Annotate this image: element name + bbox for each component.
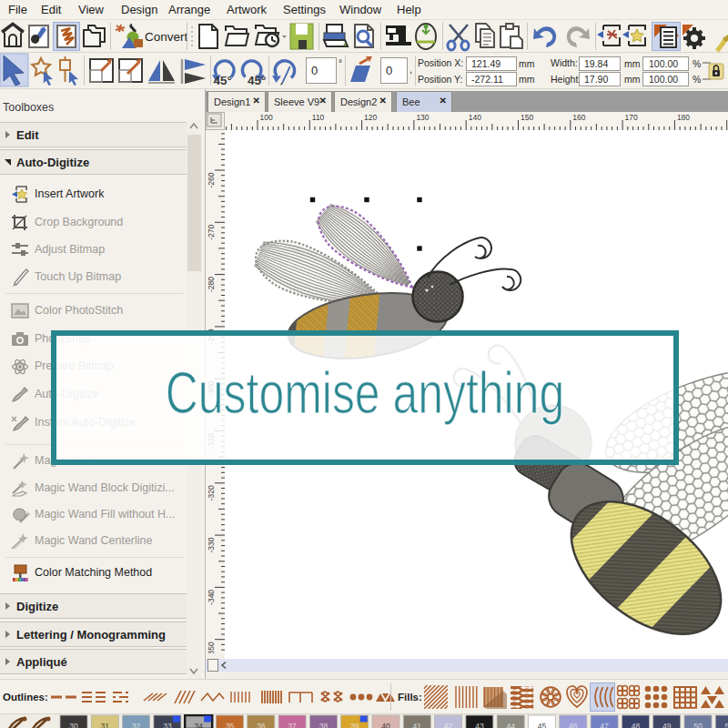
svg-text:45: 45 [538,722,547,728]
svg-text:50: 50 [693,722,703,728]
svg-text:0: 0 [386,64,392,77]
svg-text:-320: -320 [207,485,216,500]
svg-text:43: 43 [475,722,484,728]
svg-text:100.00: 100.00 [649,74,678,85]
svg-text:Width:: Width: [551,57,578,68]
svg-text:170: 170 [625,113,638,122]
svg-text:44: 44 [506,722,515,728]
svg-text:160: 160 [572,113,585,122]
svg-text:°: ° [339,58,342,68]
svg-text:38: 38 [319,722,329,728]
svg-text:Outlines:: Outlines: [3,692,48,703]
svg-text:100.00: 100.00 [649,58,678,69]
svg-text:Fills:: Fills: [398,692,422,703]
svg-text:Height:: Height: [551,74,581,85]
svg-text:120: 120 [364,113,377,122]
svg-text:mm: mm [519,58,535,69]
svg-text:33: 33 [163,722,172,728]
svg-text:34: 34 [194,722,203,728]
svg-text:,: , [410,64,412,75]
svg-text:-340: -340 [207,590,216,605]
svg-text:-350: -350 [207,642,216,653]
svg-text:110: 110 [312,113,325,122]
svg-text:49: 49 [662,722,672,728]
svg-text:17.90: 17.90 [584,74,608,85]
svg-text:140: 140 [469,113,481,122]
svg-text:47: 47 [600,722,609,728]
svg-text:32: 32 [132,722,141,728]
svg-text:%: % [693,58,701,69]
svg-text:39: 39 [350,722,359,728]
svg-text:121.49: 121.49 [471,58,500,69]
svg-text:40: 40 [381,722,390,728]
svg-text:31: 31 [101,722,110,728]
svg-text:51: 51 [725,722,728,728]
svg-text:-272.11: -272.11 [471,74,503,85]
svg-text:0: 0 [311,64,318,77]
svg-text:100: 100 [260,113,273,122]
svg-text:mm: mm [624,58,641,69]
svg-text:48: 48 [632,722,641,728]
svg-text:mm: mm [519,74,535,85]
svg-text:46: 46 [569,722,578,728]
svg-text:-270: -270 [207,225,216,240]
svg-text:30: 30 [69,722,78,728]
svg-text:-260: -260 [207,172,216,187]
svg-text:-280: -280 [207,277,216,292]
svg-text:130: 130 [416,113,429,122]
svg-text:35: 35 [226,722,235,728]
svg-text:180: 180 [677,113,690,122]
svg-text:45°: 45° [214,74,232,87]
svg-text:19.84: 19.84 [584,58,608,69]
svg-text:45°: 45° [248,74,266,87]
svg-text:-330: -330 [207,537,216,552]
svg-text:Convert: Convert [145,30,188,44]
svg-text:mm: mm [624,74,641,85]
svg-text:%: % [693,74,701,85]
svg-text:150: 150 [521,113,533,122]
svg-text:Position Y:: Position Y: [418,74,462,85]
svg-text:42: 42 [444,722,453,728]
svg-text:36: 36 [257,722,266,728]
svg-text:37: 37 [288,722,297,728]
svg-text:Position X:: Position X: [418,57,463,68]
svg-text:41: 41 [413,722,422,728]
